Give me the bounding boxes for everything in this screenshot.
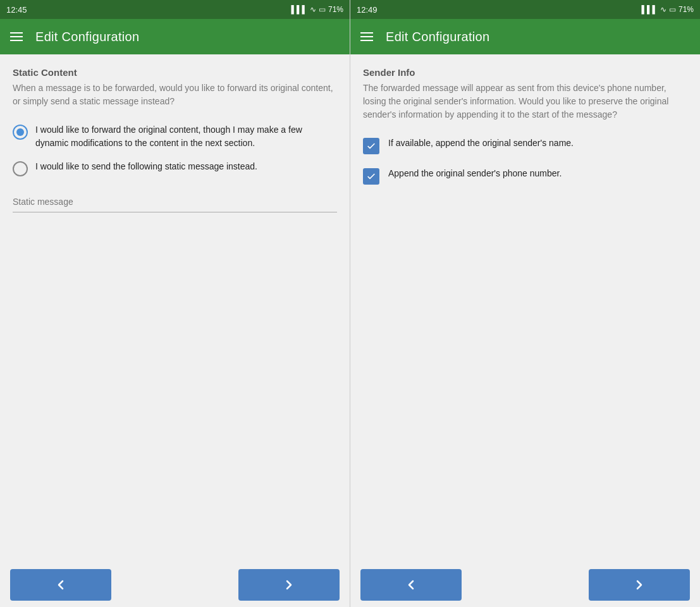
checkbox-box-2	[363, 168, 379, 185]
left-back-button[interactable]	[10, 569, 111, 601]
signal-icon: ▌▌▌	[291, 5, 307, 14]
checkbox-item-1[interactable]: If available, append the original sender…	[363, 137, 687, 154]
right-bottom-nav	[350, 563, 700, 607]
left-app-bar-title: Edit Configuration	[35, 30, 139, 44]
radio-group: I would like to forward the original con…	[13, 123, 337, 176]
left-time: 12:45	[6, 5, 27, 15]
right-back-icon	[403, 577, 419, 592]
left-forward-button[interactable]	[238, 569, 340, 601]
right-section-desc: The forwarded message will appear as sen…	[363, 82, 687, 121]
left-phone-screen: 12:45 ▌▌▌ ∿ ▭ 71% Edit Configuration Sta…	[0, 0, 350, 607]
right-app-bar: Edit Configuration	[350, 19, 700, 54]
checkmark-icon-2	[366, 171, 376, 181]
right-signal-icon: ▌▌▌	[641, 5, 658, 14]
right-app-bar-title: Edit Configuration	[386, 30, 489, 44]
checkbox-group: If available, append the original sender…	[363, 137, 687, 185]
left-status-icons: ▌▌▌ ∿ ▭ 71%	[291, 5, 343, 14]
radio-label-2: I would like to send the following stati…	[35, 160, 257, 173]
left-section-desc: When a message is to be forwarded, would…	[13, 82, 337, 108]
left-app-bar: Edit Configuration	[0, 19, 350, 54]
right-forward-icon	[632, 577, 647, 592]
right-forward-button[interactable]	[589, 569, 690, 601]
right-section-title: Sender Info	[363, 67, 687, 78]
static-message-input[interactable]	[13, 192, 337, 212]
right-phone-screen: 12:49 ▌▌▌ ∿ ▭ 71% Edit Configuration Sen…	[350, 0, 700, 607]
radio-circle-2	[13, 161, 28, 176]
right-time: 12:49	[357, 5, 378, 15]
left-bottom-nav	[0, 563, 350, 607]
radio-label-1: I would like to forward the original con…	[35, 123, 337, 150]
checkbox-label-2: Append the original sender's phone numbe…	[388, 167, 562, 180]
right-hamburger-icon[interactable]	[360, 32, 373, 41]
left-section-title: Static Content	[13, 67, 337, 78]
right-content: Sender Info The forwarded message will a…	[350, 54, 700, 563]
radio-item-2[interactable]: I would like to send the following stati…	[13, 160, 337, 176]
checkbox-item-2[interactable]: Append the original sender's phone numbe…	[363, 167, 687, 185]
left-battery-pct: 71%	[328, 5, 343, 14]
left-forward-icon	[281, 577, 297, 592]
right-status-icons: ▌▌▌ ∿ ▭ 71%	[641, 5, 694, 14]
left-content: Static Content When a message is to be f…	[0, 54, 350, 563]
wifi-icon: ∿	[310, 5, 316, 14]
right-status-bar: 12:49 ▌▌▌ ∿ ▭ 71%	[350, 0, 700, 19]
left-back-icon	[53, 577, 68, 592]
right-wifi-icon: ∿	[660, 5, 666, 14]
right-battery-pct: 71%	[679, 5, 694, 14]
left-status-bar: 12:45 ▌▌▌ ∿ ▭ 71%	[0, 0, 350, 19]
right-battery-icon: ▭	[669, 5, 676, 14]
radio-item-1[interactable]: I would like to forward the original con…	[13, 123, 337, 150]
right-back-button[interactable]	[360, 569, 462, 601]
checkbox-label-1: If available, append the original sender…	[388, 137, 574, 150]
hamburger-icon[interactable]	[10, 32, 23, 41]
checkbox-box-1	[363, 138, 379, 154]
checkmark-icon-1	[366, 141, 376, 151]
radio-circle-1	[13, 125, 28, 140]
battery-icon: ▭	[319, 5, 326, 14]
